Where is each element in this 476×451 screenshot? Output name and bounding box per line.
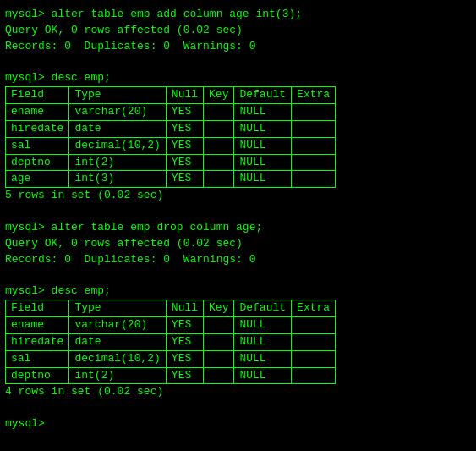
col-header-type-2: Type (69, 300, 166, 317)
blank-line-4 (5, 400, 471, 416)
cell (292, 367, 336, 384)
table-row: deptno int(2) YES NULL (6, 367, 336, 384)
col-header-key-2: Key (204, 300, 234, 317)
cell: deptno (6, 367, 69, 384)
cell (292, 154, 336, 171)
cell: NULL (234, 120, 292, 137)
col-header-extra-2: Extra (292, 300, 336, 317)
table-2: Field Type Null Key Default Extra ename … (5, 300, 471, 384)
cell (292, 333, 336, 350)
cell: decimal(10,2) (69, 137, 166, 154)
cell: NULL (234, 333, 292, 350)
cell (204, 171, 234, 188)
cell: sal (6, 137, 69, 154)
cell: int(3) (69, 171, 166, 188)
cell: hiredate (6, 333, 69, 350)
col-header-field-1: Field (6, 87, 69, 104)
cell: ename (6, 104, 69, 121)
cell (292, 317, 336, 334)
table-1: Field Type Null Key Default Extra ename … (5, 86, 471, 188)
blank-line-3 (5, 268, 471, 284)
cell (204, 333, 234, 350)
cell: NULL (234, 367, 292, 384)
cell (204, 120, 234, 137)
terminal: mysql> alter table emp add column age in… (5, 7, 471, 432)
cell: varchar(20) (69, 317, 166, 334)
cell: YES (166, 154, 203, 171)
cell: sal (6, 350, 69, 367)
col-header-extra-1: Extra (292, 87, 336, 104)
col-header-null-2: Null (166, 300, 203, 317)
cell: varchar(20) (69, 104, 166, 121)
cell: YES (166, 104, 203, 121)
cell (204, 154, 234, 171)
cell: NULL (234, 317, 292, 334)
cell (204, 137, 234, 154)
cell: ename (6, 317, 69, 334)
table-row: ename varchar(20) YES NULL (6, 317, 336, 334)
cell (204, 367, 234, 384)
blank-line-1 (5, 55, 471, 71)
command-line-1: mysql> alter table emp add column age in… (5, 7, 471, 23)
cell (292, 137, 336, 154)
cell: NULL (234, 137, 292, 154)
result-line-1-1: Query OK, 0 rows affected (0.02 sec) (5, 23, 471, 39)
table-row: age int(3) YES NULL (6, 171, 336, 188)
cell: NULL (234, 154, 292, 171)
cell: int(2) (69, 367, 166, 384)
col-header-default-2: Default (234, 300, 292, 317)
command-line-2: mysql> desc emp; (5, 70, 471, 86)
cell: date (69, 120, 166, 137)
final-prompt[interactable]: mysql> (5, 416, 471, 432)
cell: NULL (234, 104, 292, 121)
cell (204, 317, 234, 334)
col-header-default-1: Default (234, 87, 292, 104)
result-line-1-2: Records: 0 Duplicates: 0 Warnings: 0 (5, 39, 471, 55)
cell: NULL (234, 350, 292, 367)
cell (204, 350, 234, 367)
command-line-3: mysql> alter table emp drop column age; (5, 220, 471, 236)
cell: YES (166, 367, 203, 384)
result-line-3-2: Records: 0 Duplicates: 0 Warnings: 0 (5, 252, 471, 268)
cell: int(2) (69, 154, 166, 171)
cell: date (69, 333, 166, 350)
cell: hiredate (6, 120, 69, 137)
table-footer-2: 4 rows in set (0.02 sec) (5, 384, 471, 400)
table-footer-1: 5 rows in set (0.02 sec) (5, 188, 471, 204)
cell (292, 120, 336, 137)
cell: decimal(10,2) (69, 350, 166, 367)
table-row: sal decimal(10,2) YES NULL (6, 350, 336, 367)
table-row: hiredate date YES NULL (6, 333, 336, 350)
cell: YES (166, 317, 203, 334)
col-header-field-2: Field (6, 300, 69, 317)
table-row: deptno int(2) YES NULL (6, 154, 336, 171)
cell: YES (166, 137, 203, 154)
table-row: hiredate date YES NULL (6, 120, 336, 137)
cell (204, 104, 234, 121)
cell (292, 171, 336, 188)
blank-line-2 (5, 204, 471, 220)
command-line-4: mysql> desc emp; (5, 283, 471, 300)
cell: YES (166, 350, 203, 367)
col-header-null-1: Null (166, 87, 203, 104)
cell (292, 350, 336, 367)
table-row: ename varchar(20) YES NULL (6, 104, 336, 121)
table-row: sal decimal(10,2) YES NULL (6, 137, 336, 154)
cell: YES (166, 333, 203, 350)
col-header-key-1: Key (204, 87, 234, 104)
cell: deptno (6, 154, 69, 171)
cell: NULL (234, 171, 292, 188)
result-line-3-1: Query OK, 0 rows affected (0.02 sec) (5, 236, 471, 252)
cell (292, 104, 336, 121)
cell: age (6, 171, 69, 188)
cell: YES (166, 171, 203, 188)
cell: YES (166, 120, 203, 137)
col-header-type-1: Type (69, 87, 166, 104)
